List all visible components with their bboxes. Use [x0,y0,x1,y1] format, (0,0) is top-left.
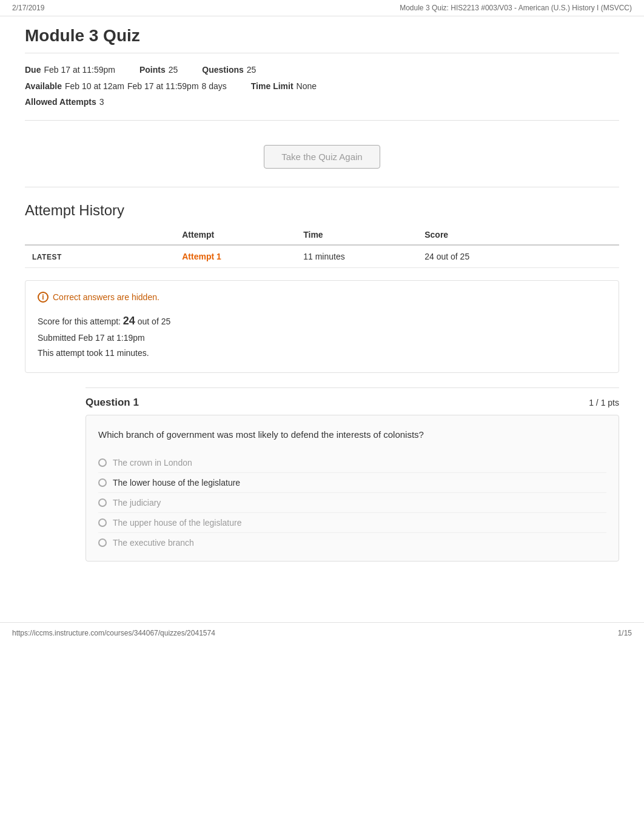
take-quiz-again-button[interactable]: Take the Quiz Again [264,145,380,169]
questions-value: 25 [247,62,257,78]
attempt-time: 11 minutes [296,245,417,268]
allowed-attempts-label: Allowed Attempts [25,94,96,110]
submitted-text: Submitted Feb 17 at 1:19pm [38,330,606,346]
available-until: Feb 17 at 11:59pm [127,78,199,95]
question-section: Question 1 1 / 1 pts Which branch of gov… [25,387,619,562]
quiz-meta: Due Feb 17 at 11:59pm Points 25 Question… [25,53,619,121]
take-quiz-section: Take the Quiz Again [25,121,619,187]
took-text: This attempt took 11 minutes. [38,346,606,361]
col-header-time: Time [296,225,417,245]
col-header-score: Score [417,225,619,245]
due-value: Feb 17 at 11:59pm [44,62,115,78]
col-header-empty [25,225,175,245]
correct-answers-notice: i Correct answers are hidden. [38,292,606,303]
question-points: 1 / 1 pts [589,398,619,407]
points-value: 25 [169,62,178,78]
answer-text: The crown in London [113,458,192,468]
radio-circle [98,458,107,467]
question-title: Question 1 [86,397,139,409]
time-limit-value: None [297,78,317,95]
questions-label: Questions [202,62,243,78]
radio-circle [98,498,107,507]
answer-text: The executive branch [113,538,194,548]
footer-page: 1/15 [618,629,632,637]
answer-option: The upper house of the legislature [98,512,606,532]
answer-option: The lower house of the legislature [98,472,606,492]
available-from: Feb 10 at 12am [65,78,124,95]
score-text: Score for this attempt: 24 out of 25 [38,311,606,330]
allowed-attempts-value: 3 [99,94,104,110]
question-box: Which branch of government was most like… [86,415,619,562]
answer-text: The lower house of the legislature [113,478,240,488]
due-label: Due [25,62,41,78]
radio-circle [98,538,107,547]
score-prefix: Score for this attempt: [38,317,121,326]
available-label: Available [25,78,62,95]
available-days: 8 days [202,78,227,95]
radio-circle [98,518,107,527]
question-header: Question 1 1 / 1 pts [86,387,619,415]
attempt-score: 24 out of 25 [417,245,619,268]
attempt-label: LATEST [32,253,62,261]
radio-circle [98,478,107,487]
answer-text: The upper house of the legislature [113,518,241,528]
topbar-title: Module 3 Quiz: HIS2213 #003/V03 - Americ… [400,4,632,12]
points-label: Points [139,62,166,78]
attempt-history-table: Attempt Time Score LATEST Attempt 1 11 m… [25,225,619,268]
answer-option: The crown in London [98,453,606,472]
score-bold: 24 [123,315,135,327]
page-title: Module 3 Quiz [25,16,619,53]
attempt-link[interactable]: Attempt 1 [182,252,221,261]
score-suffix: out of 25 [138,317,171,326]
table-row: LATEST Attempt 1 11 minutes 24 out of 25 [25,245,619,268]
results-section: i Correct answers are hidden. Score for … [25,280,619,373]
col-header-attempt: Attempt [175,225,296,245]
correct-answers-text: Correct answers are hidden. [53,292,159,302]
info-icon: i [38,292,49,303]
question-text: Which branch of government was most like… [98,428,606,442]
attempt-history-title: Attempt History [25,187,619,225]
time-limit-label: Time Limit [251,78,293,95]
footer-url: https://iccms.instructure.com/courses/34… [12,629,215,637]
topbar-date: 2/17/2019 [12,4,44,12]
answer-option: The executive branch [98,532,606,552]
answer-option: The judiciary [98,492,606,512]
footer-bar: https://iccms.instructure.com/courses/34… [0,622,644,643]
answer-text: The judiciary [113,498,161,508]
